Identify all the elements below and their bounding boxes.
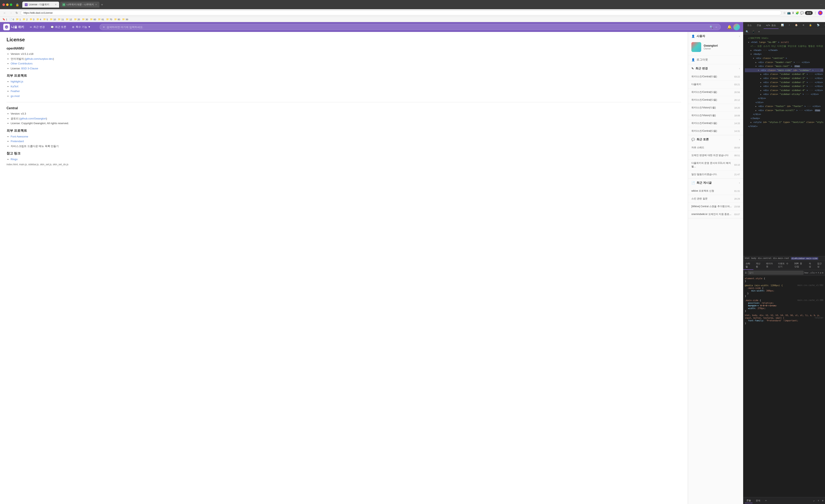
tree-div-header[interactable]: ▶ <div class= "header-root" > ··· </div>	[745, 60, 823, 65]
tab-close-namu[interactable]: ✕	[95, 3, 97, 6]
add-rule-button[interactable]: +	[816, 271, 817, 274]
bookmark-folder-5[interactable]: 📁5	[43, 18, 48, 21]
devtools-bottom-tab-console[interactable]: 콘솔	[745, 498, 753, 503]
tree-sidebar-3[interactable]: ▶ <div class= "sidebar sidebar-3" > ··· …	[745, 84, 823, 88]
breadcrumb-html[interactable]: html	[745, 257, 750, 260]
sidebar-logout[interactable]: 👤 로그아웃	[688, 56, 743, 64]
css-filter-input[interactable]	[748, 271, 804, 274]
tree-sidebar-1[interactable]: ▶ <div class= "sidebar sidebar-1" > ··· …	[745, 76, 823, 80]
bookmark-folder-20[interactable]: 📁20	[74, 18, 80, 21]
css-tab-accessibility[interactable]: 접근성	[815, 261, 825, 270]
bookmark-folder-10[interactable]: 📁10	[50, 18, 56, 21]
html-tree[interactable]: <!DOCTYPE html> ▼ <html lang= "ko-KR" > …	[743, 34, 825, 256]
wiki-logo[interactable]: 나 나올 위키	[3, 24, 24, 30]
maximize-button[interactable]	[10, 3, 12, 6]
list-item[interactable]: 도메인 변경에 대한 의견 받습니다 08:51	[688, 152, 743, 159]
tree-button-scroll[interactable]: ▶ <div class= "button-scroll" > ··· </di…	[745, 108, 823, 112]
sidebar-recent-discussions-header[interactable]: 💬 최근 토론 ›	[688, 135, 743, 144]
close-button[interactable]	[2, 3, 5, 6]
tree-sidebar-0[interactable]: ▶ <div class= "sidebar sidebar-0" > ··· …	[745, 72, 823, 76]
search-close-icon[interactable]: ✕	[103, 25, 105, 29]
class-toggle[interactable]: .cls	[809, 271, 815, 274]
devtools-tab-sources[interactable]: </> 요소	[764, 22, 778, 29]
list-item[interactable]: 자유 스레드 09:58	[688, 144, 743, 152]
bell-icon[interactable]: 🔔	[727, 25, 732, 29]
more-menu-icon[interactable]: ⋯	[820, 3, 823, 6]
css-property-margin-strikethrough[interactable]: margin → 0 0 0 -1rem;	[745, 304, 823, 307]
bookmark-folder-11[interactable]: 📁11	[58, 18, 64, 21]
pretendard-link[interactable]: Pretendard	[11, 140, 24, 143]
address-input[interactable]: https://wiki.daol.cc/License	[20, 10, 781, 15]
katex-link[interactable]: KaTeX	[11, 85, 18, 88]
devtools-tab-network[interactable]: 📊	[778, 22, 786, 29]
tree-sidebar-2[interactable]: ▶ <div class= "sidebar sidebar-2" > ··· …	[745, 80, 823, 84]
hover-state-toggle[interactable]: hov	[804, 271, 808, 274]
tree-close-main[interactable]: </div>	[745, 100, 823, 104]
gwangtori-link[interactable]: github.com/Gwangtori	[20, 117, 46, 120]
list-item[interactable]: 위키/스킨/Vision(다올) 18:20	[688, 104, 743, 112]
bookmark-folder-3[interactable]: 📁3	[30, 18, 34, 21]
bookmark-1[interactable]: 🔖1	[2, 18, 7, 21]
list-item[interactable]: wikive 프로젝트 신청 01:31	[688, 187, 743, 195]
bookmark-folder-70[interactable]: 📁70	[106, 18, 112, 21]
list-item[interactable]: 위키/스킨/Vision(다올) 18:08	[688, 112, 743, 119]
bookmark-folder-60[interactable]: 📁60	[90, 18, 96, 21]
nav-recent-discussion[interactable]: 💬 최근 토론	[48, 23, 69, 30]
devtools-bottom-tab-issues[interactable]: 문제	[754, 498, 762, 503]
devtools-tab-elements[interactable]: 요소	[745, 22, 754, 29]
refresh-styles-icon[interactable]: ↺	[820, 271, 821, 274]
gear-icon[interactable]: ⚙	[822, 499, 823, 502]
cast-icon[interactable]: 📺	[787, 11, 791, 14]
devtools-tab-lighthouse[interactable]: 📡	[814, 22, 822, 29]
tree-comment[interactable]: <!-- 오픈 소스가 아닌 디자인물 무단으로 도용하는 행동은 자작권 위반…	[745, 44, 823, 48]
feather-link[interactable]: Feather	[11, 90, 20, 93]
css-tab-event-listeners[interactable]: 이벤트 수신기	[775, 261, 792, 270]
sidebar-recent-changes-header[interactable]: ✎ 최근 변경 ›	[688, 64, 743, 73]
device-icon[interactable]: 📱	[751, 30, 756, 33]
new-tab-button[interactable]: +	[101, 3, 103, 7]
plus-icon[interactable]: +	[757, 30, 761, 33]
tree-close-sidebar[interactable]: </div>	[745, 96, 823, 100]
tree-html[interactable]: ▼ <html lang= "ko-KR" > scroll	[745, 40, 823, 45]
devtools-tab-console[interactable]: 콘솔	[754, 22, 764, 29]
dock-icon[interactable]: ⬆	[818, 499, 819, 502]
minimize-button[interactable]	[6, 3, 9, 6]
css-tab-styles[interactable]: 스타일	[743, 261, 753, 270]
more-styles-icon[interactable]: ⬇	[818, 271, 819, 274]
nav-special[interactable]: ⚙ 특수 기능 ▼	[70, 23, 93, 30]
highlight-link[interactable]: highlight.js	[11, 80, 23, 83]
tree-div-main[interactable]: ▼ <div class= "main-root" > flex	[745, 64, 823, 68]
avatar[interactable]	[733, 24, 740, 30]
css-property-min-width[interactable]: min-width: 300px;	[745, 289, 823, 292]
devtools-tab-performance[interactable]: ⚡	[786, 22, 793, 29]
nav-recent-changes[interactable]: ✏ 최근 변경	[27, 23, 47, 30]
list-item[interactable]: 일단 말씀드리겠습니다. 21:47	[688, 171, 743, 178]
list-item[interactable]: 다올위키 03:21	[688, 81, 743, 88]
list-item[interactable]: 위키/스킨/Central(다올) 14:33	[688, 119, 743, 127]
bookmark-folder-2[interactable]: 📁2	[23, 18, 27, 21]
tree-close-central[interactable]: </div>	[745, 112, 823, 116]
bookmark-folder-99[interactable]: 📁99	[122, 18, 128, 21]
devtools-bottom-tab-add[interactable]: +	[764, 498, 768, 503]
tree-div-sidebar[interactable]: ▼ <div class= "main-side" id= "sidebar" …	[745, 68, 823, 72]
list-item[interactable]: 스킨 관련 질문 20:29	[688, 195, 743, 203]
breadcrumb-div-sidebar[interactable]: div#sidebar.main-side	[791, 257, 818, 260]
breadcrumb-div-central[interactable]: div.central	[758, 257, 771, 260]
tab-namu[interactable]: 나 나무위키:대문 - 나무위키 ✕	[60, 2, 99, 8]
list-item[interactable]: onemindwiki.kr 도메인이 지원 종료... 03:07	[688, 211, 743, 218]
bookmark-0[interactable]: 📄0	[9, 18, 14, 21]
search-input[interactable]	[106, 25, 708, 29]
css-property-font-family[interactable]: font-family: 'Pretendard' !important;	[745, 319, 823, 322]
account-icon[interactable]: 💬	[800, 11, 804, 14]
refresh-button[interactable]: ↻	[15, 11, 19, 15]
tree-footer[interactable]: ▶ <div class= "footer" id= "footer" > ··…	[745, 104, 823, 108]
extensions-icon[interactable]: 🧩	[796, 11, 799, 14]
css-property-position[interactable]: position: relative;	[745, 302, 823, 304]
tree-div-central[interactable]: ▼ <div class= "central" >	[745, 56, 823, 60]
list-item[interactable]: 위키/스킨/Central(다올) 20:56	[688, 88, 743, 96]
gomod-link[interactable]: go.mod	[11, 94, 19, 98]
list-item[interactable]: 위키/스킨/Central(다올) 20:12	[688, 96, 743, 104]
tab-close-license[interactable]: ✕	[55, 3, 57, 6]
tree-close-html[interactable]: </html>	[745, 124, 823, 129]
surplus-dev-link[interactable]: github.com/surplus-dev	[25, 57, 53, 60]
